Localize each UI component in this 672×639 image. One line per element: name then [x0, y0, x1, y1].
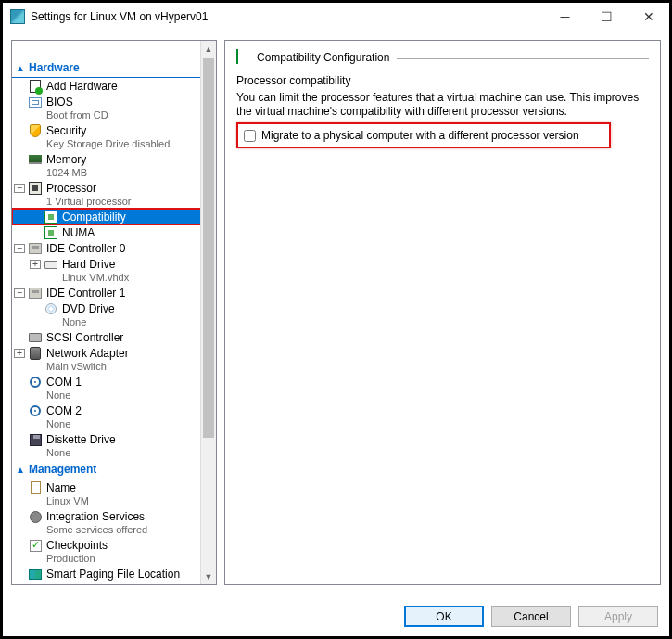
expander-icon[interactable]: −: [14, 244, 25, 253]
section-label: Hardware: [29, 61, 80, 74]
tree-memory[interactable]: Memory 1024 MB: [12, 151, 216, 180]
tree-compatibility[interactable]: Compatibility: [12, 209, 216, 224]
vm-selector-dropdown[interactable]: ▼: [12, 41, 216, 58]
collapse-icon: ▲: [16, 465, 27, 475]
disc-icon: [44, 301, 58, 316]
chip-icon: [44, 225, 58, 240]
expander-icon[interactable]: +: [14, 349, 25, 358]
tree-scsi[interactable]: SCSI Controller: [12, 329, 216, 345]
tree-processor[interactable]: −Processor 1 Virtual processor: [12, 180, 216, 209]
divider: [397, 58, 649, 59]
migrate-checkbox-row: Migrate to a physical computer with a di…: [236, 122, 611, 148]
tree-scrollbar[interactable]: ▲ ▼: [200, 41, 216, 584]
expander-icon[interactable]: −: [14, 184, 25, 193]
harddrive-icon: [44, 257, 58, 272]
migrate-checkbox-label[interactable]: Migrate to a physical computer with a di…: [261, 129, 579, 142]
ide-icon: [28, 286, 43, 300]
tree-com2[interactable]: COM 2 None: [12, 403, 216, 431]
tree-harddrive[interactable]: +Hard Drive Linux VM.vhdx: [12, 256, 216, 285]
chip-icon: [236, 50, 251, 65]
section-management[interactable]: ▲ Management: [12, 460, 216, 479]
scroll-down-icon[interactable]: ▼: [201, 569, 216, 584]
settings-tree[interactable]: ▼ ▲ Hardware Add Hardware BIOS Boot from…: [11, 40, 217, 585]
smartpaging-icon: [28, 567, 43, 581]
close-button[interactable]: ✕: [628, 3, 669, 31]
scroll-up-icon[interactable]: ▲: [201, 41, 216, 57]
group-description: You can limit the processor features tha…: [236, 91, 649, 119]
ok-button[interactable]: OK: [404, 606, 484, 627]
tree-security[interactable]: Security Key Storage Drive disabled: [12, 122, 216, 151]
chip-icon: [44, 210, 58, 224]
tree-name[interactable]: Name Linux VM: [12, 479, 216, 508]
section-label: Management: [29, 463, 96, 476]
expander-icon[interactable]: −: [14, 288, 25, 298]
tree-ide0[interactable]: −IDE Controller 0: [12, 240, 216, 256]
settings-window: Settings for Linux VM on vHyperv01 ─ ☐ ✕…: [0, 0, 672, 639]
tree-dvd[interactable]: DVD Drive None: [12, 300, 216, 329]
tree-com1[interactable]: COM 1 None: [12, 374, 216, 403]
tree-numa[interactable]: NUMA: [12, 224, 216, 240]
processor-icon: [28, 181, 43, 196]
serial-port-icon: [28, 375, 43, 390]
tree-ide1[interactable]: −IDE Controller 1: [12, 285, 216, 300]
tree-add-hardware[interactable]: Add Hardware: [12, 78, 216, 94]
migrate-checkbox[interactable]: [244, 130, 256, 142]
cancel-button[interactable]: Cancel: [491, 606, 571, 627]
tree-network[interactable]: +Network Adapter Main vSwitch: [12, 345, 216, 374]
tree-diskette[interactable]: Diskette Drive None: [12, 431, 216, 460]
serial-port-icon: [28, 403, 43, 418]
memory-icon: [28, 152, 43, 167]
tree-integration[interactable]: Integration Services Some services offer…: [12, 508, 216, 537]
checkpoint-icon: [28, 538, 43, 553]
minimize-button[interactable]: ─: [544, 3, 586, 31]
shield-icon: [28, 123, 43, 138]
add-hardware-icon: [28, 79, 43, 94]
maximize-button[interactable]: ☐: [586, 3, 628, 31]
content-panel: Compatibility Configuration Processor co…: [224, 40, 661, 585]
floppy-icon: [28, 432, 43, 447]
dialog-buttons: OK Cancel Apply: [404, 606, 658, 627]
name-icon: [28, 480, 43, 495]
processor-compat-group: Processor compatibility You can limit th…: [236, 74, 649, 148]
content-title: Compatibility Configuration: [257, 51, 389, 64]
section-hardware[interactable]: ▲ Hardware: [12, 58, 216, 78]
network-icon: [28, 346, 43, 361]
tree-smartpaging[interactable]: Smart Paging File Location: [12, 566, 216, 581]
apply-button: Apply: [578, 606, 658, 627]
titlebar: Settings for Linux VM on vHyperv01 ─ ☐ ✕: [3, 3, 669, 31]
expander-icon[interactable]: +: [30, 260, 41, 269]
window-title: Settings for Linux VM on vHyperv01: [31, 10, 544, 23]
dialog-body: ▼ ▲ Hardware Add Hardware BIOS Boot from…: [3, 31, 669, 636]
collapse-icon: ▲: [16, 63, 27, 73]
tree-checkpoints[interactable]: Checkpoints Production: [12, 537, 216, 566]
scsi-icon: [28, 330, 43, 345]
group-label: Processor compatibility: [236, 74, 649, 87]
tree-bios[interactable]: BIOS Boot from CD: [12, 94, 216, 122]
ide-icon: [28, 241, 43, 256]
scroll-thumb[interactable]: [203, 58, 214, 438]
bios-icon: [28, 95, 43, 109]
app-icon: [10, 9, 25, 24]
gear-icon: [28, 509, 43, 524]
